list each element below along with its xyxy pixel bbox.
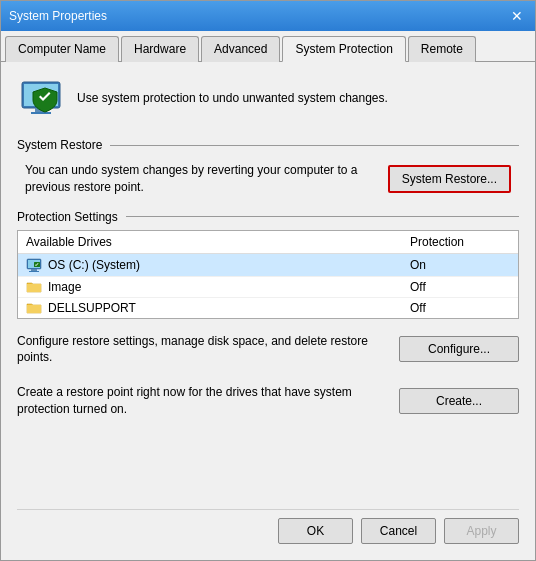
drive-protection-os: On <box>410 258 510 272</box>
configure-button[interactable]: Configure... <box>399 336 519 362</box>
window-title: System Properties <box>9 9 107 23</box>
table-header: Available Drives Protection <box>18 231 518 254</box>
create-description: Create a restore point right now for the… <box>17 384 389 418</box>
system-restore-description: You can undo system changes by reverting… <box>25 162 378 196</box>
folder-icon <box>26 280 42 294</box>
system-protection-icon <box>17 74 65 122</box>
drive-name-dellsupport: DELLSUPPORT <box>26 301 410 315</box>
svg-rect-6 <box>31 269 37 271</box>
svg-rect-3 <box>31 112 51 114</box>
header-section: Use system protection to undo unwanted s… <box>17 74 519 128</box>
tab-hardware[interactable]: Hardware <box>121 36 199 62</box>
drive-name-image: Image <box>26 280 410 294</box>
main-content: Use system protection to undo unwanted s… <box>1 62 535 560</box>
create-section: Create a restore point right now for the… <box>17 380 519 422</box>
drive-protection-dellsupport: Off <box>410 301 510 315</box>
tab-computer-name[interactable]: Computer Name <box>5 36 119 62</box>
column-drives: Available Drives <box>26 235 410 249</box>
os-drive-icon <box>26 257 42 273</box>
footer-buttons: OK Cancel Apply <box>17 509 519 548</box>
configure-section: Configure restore settings, manage disk … <box>17 329 519 371</box>
drives-table: Available Drives Protection <box>17 230 519 319</box>
tab-advanced[interactable]: Advanced <box>201 36 280 62</box>
column-protection: Protection <box>410 235 510 249</box>
table-row[interactable]: Image Off <box>18 277 518 298</box>
system-properties-window: System Properties ✕ Computer Name Hardwa… <box>0 0 536 561</box>
tab-remote[interactable]: Remote <box>408 36 476 62</box>
protection-settings-section: Protection Settings Available Drives Pro… <box>17 210 519 319</box>
table-row[interactable]: OS (C:) (System) On <box>18 254 518 277</box>
system-restore-label: System Restore <box>17 138 519 152</box>
configure-description: Configure restore settings, manage disk … <box>17 333 389 367</box>
svg-rect-7 <box>29 271 39 272</box>
header-description: Use system protection to undo unwanted s… <box>77 91 388 105</box>
system-restore-button[interactable]: System Restore... <box>388 165 511 193</box>
table-row[interactable]: DELLSUPPORT Off <box>18 298 518 318</box>
drive-name-os: OS (C:) (System) <box>26 257 410 273</box>
cancel-button[interactable]: Cancel <box>361 518 436 544</box>
ok-button[interactable]: OK <box>278 518 353 544</box>
system-restore-section: System Restore You can undo system chang… <box>17 138 519 200</box>
folder-icon-2 <box>26 301 42 315</box>
apply-button[interactable]: Apply <box>444 518 519 544</box>
title-bar: System Properties ✕ <box>1 1 535 31</box>
drive-protection-image: Off <box>410 280 510 294</box>
system-restore-body: You can undo system changes by reverting… <box>17 158 519 200</box>
close-button[interactable]: ✕ <box>507 6 527 26</box>
tab-bar: Computer Name Hardware Advanced System P… <box>1 31 535 62</box>
create-button[interactable]: Create... <box>399 388 519 414</box>
protection-settings-label: Protection Settings <box>17 210 519 224</box>
tab-system-protection[interactable]: System Protection <box>282 36 405 62</box>
